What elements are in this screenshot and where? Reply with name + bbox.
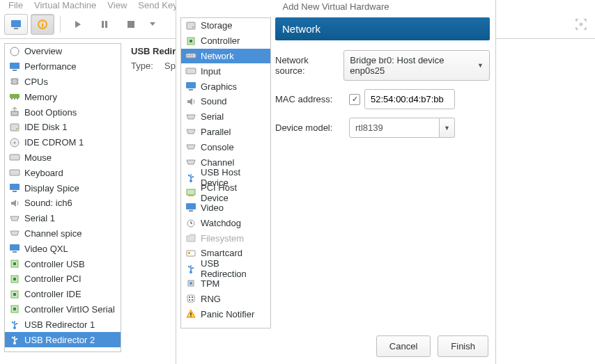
stop-button[interactable] — [119, 14, 143, 35]
tpm-icon — [185, 278, 196, 289]
network-source-value: Bridge br0: Host device enp0s25 — [350, 55, 470, 76]
hardware-item-memory[interactable]: Memory — [5, 89, 121, 104]
device-model-dropdown-button[interactable]: ▼ — [440, 118, 455, 138]
add-hardware-dialog: Add New Virtual Hardware StorageControll… — [176, 0, 496, 364]
monitor-icon — [185, 202, 196, 213]
pause-button[interactable] — [93, 14, 116, 35]
category-item-pci-host-device[interactable]: PCI Host Device — [181, 185, 270, 200]
folder-icon — [185, 232, 196, 244]
category-item-serial[interactable]: Serial — [181, 109, 270, 125]
hardware-item-label: CPUs — [24, 77, 48, 87]
category-item-storage[interactable]: Storage — [181, 18, 270, 33]
category-item-label: Channel — [201, 157, 234, 168]
detail-heading: USB Redire — [131, 46, 181, 56]
svg-rect-22 — [10, 124, 19, 131]
hardware-item-label: Controller PCI — [24, 274, 82, 284]
hardware-item-label: Overview — [24, 46, 62, 56]
svg-rect-75 — [192, 267, 194, 269]
category-item-watchdog[interactable]: Watchdog — [181, 215, 270, 230]
category-item-sound[interactable]: Sound — [181, 94, 270, 109]
category-item-console[interactable]: Console — [181, 139, 270, 155]
hardware-item-usb-redirector-2[interactable]: USB Redirector 2 — [5, 332, 121, 347]
svg-point-55 — [192, 55, 193, 56]
hardware-item-mouse[interactable]: Mouse — [5, 150, 121, 166]
menu-send-key[interactable]: Send Key — [138, 0, 177, 10]
input-icon — [9, 152, 20, 163]
hardware-item-controller-pci[interactable]: Controller PCI — [5, 271, 121, 287]
hardware-item-ide-cdrom-1[interactable]: IDE CDROM 1 — [5, 135, 121, 150]
play-button[interactable] — [66, 14, 90, 35]
hardware-item-video-qxl[interactable]: Video QXL — [5, 241, 121, 256]
hardware-item-overview[interactable]: Overview — [5, 44, 121, 59]
dialog-title: Add New Virtual Hardware — [176, 0, 495, 17]
svg-rect-18 — [11, 98, 13, 100]
network-source-combo[interactable]: Bridge br0: Host device enp0s25 ▼ — [343, 50, 490, 81]
category-item-controller[interactable]: Controller — [181, 33, 270, 49]
hardware-item-label: Boot Options — [24, 107, 77, 118]
serial-icon — [185, 111, 196, 122]
mac-address-input[interactable] — [364, 89, 455, 109]
hardware-item-label: IDE Disk 1 — [24, 122, 67, 132]
svg-rect-56 — [186, 68, 196, 74]
svg-rect-39 — [13, 308, 16, 310]
hardware-item-label: Controller USB — [24, 259, 85, 269]
sound-icon — [9, 198, 20, 209]
hardware-item-display-spice[interactable]: Display Spice — [5, 180, 121, 196]
svg-point-9 — [10, 47, 19, 56]
hardware-item-performance[interactable]: Performance — [5, 59, 121, 74]
hardware-item-label: Sound: ich6 — [24, 198, 72, 208]
hardware-item-controller-virtio-serial[interactable]: Controller VirtIO Serial — [5, 302, 121, 317]
hardware-item-label: Performance — [24, 61, 76, 72]
menu-file[interactable]: File — [8, 0, 23, 10]
mac-address-checkbox[interactable]: ✓ — [349, 94, 360, 105]
fullscreen-button[interactable] — [571, 15, 591, 34]
hardware-item-label: Display Spice — [24, 183, 79, 193]
hardware-item-ide-disk-1[interactable]: IDE Disk 1 — [5, 120, 121, 135]
cancel-button[interactable]: Cancel — [376, 335, 431, 357]
hardware-item-channel-spice[interactable]: Channel spice — [5, 226, 121, 242]
category-item-parallel[interactable]: Parallel — [181, 125, 270, 140]
disk-icon — [9, 122, 20, 133]
svg-rect-21 — [11, 111, 18, 116]
info-icon — [9, 46, 20, 57]
cpu-icon — [9, 76, 20, 87]
serial-icon — [185, 126, 196, 137]
svg-rect-64 — [188, 195, 194, 196]
category-list: StorageControllerNetworkInputGraphicsSou… — [180, 17, 271, 329]
hardware-item-usb-redirector-1[interactable]: USB Redirector 1 — [5, 317, 121, 332]
device-model-input[interactable] — [349, 118, 440, 138]
serial-icon — [185, 141, 196, 152]
svg-rect-71 — [188, 252, 190, 254]
category-item-graphics[interactable]: Graphics — [181, 79, 270, 94]
menu-virtual-machine[interactable]: Virtual Machine — [34, 0, 96, 10]
category-item-rng[interactable]: RNG — [181, 291, 270, 306]
details-view-button[interactable] — [31, 14, 54, 35]
hardware-item-controller-ide[interactable]: Controller IDE — [5, 287, 121, 302]
device-model-label: Device model: — [275, 122, 345, 133]
hardware-item-controller-usb[interactable]: Controller USB — [5, 256, 121, 271]
hardware-item-sound-ich6[interactable]: Sound: ich6 — [5, 196, 121, 211]
hardware-item-cpus[interactable]: CPUs — [5, 74, 121, 90]
svg-point-80 — [192, 299, 193, 301]
menu-view[interactable]: View — [107, 0, 127, 10]
hardware-item-boot-options[interactable]: Boot Options — [5, 104, 121, 120]
category-item-panic-notifier[interactable]: Panic Notifier — [181, 306, 270, 322]
network-icon — [185, 50, 196, 61]
svg-rect-47 — [16, 338, 17, 340]
console-view-button[interactable] — [4, 14, 28, 35]
category-item-network[interactable]: Network — [181, 49, 270, 64]
svg-rect-43 — [16, 323, 17, 324]
category-item-usb-redirection[interactable]: USB Redirection — [181, 261, 270, 276]
hardware-item-serial-1[interactable]: Serial 1 — [5, 211, 121, 226]
chevron-down-icon: ▼ — [444, 125, 450, 132]
category-item-label: Filesystem — [201, 233, 244, 244]
finish-button[interactable]: Finish — [438, 335, 488, 357]
hardware-item-keyboard[interactable]: Keyboard — [5, 165, 121, 180]
svg-rect-31 — [13, 251, 17, 253]
shutdown-menu-button[interactable] — [146, 14, 160, 35]
category-item-input[interactable]: Input — [181, 63, 270, 79]
svg-rect-7 — [128, 21, 134, 28]
disk-icon — [185, 20, 196, 31]
category-item-label: Sound — [201, 96, 227, 106]
svg-rect-29 — [13, 191, 17, 192]
